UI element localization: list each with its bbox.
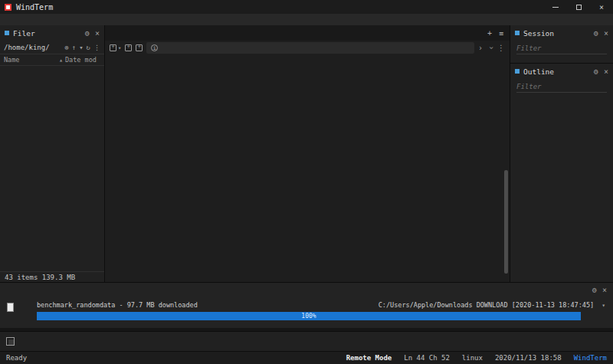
filer-column-headers: Name ▴ Date mod: [0, 54, 104, 66]
menu-bar: [0, 14, 613, 25]
status-bar: Ready Remote Mode Ln 44 Ch 52 linux 2020…: [0, 351, 613, 364]
more-icon[interactable]: ⋮: [93, 44, 100, 51]
terminal-scrollbar[interactable]: [504, 170, 508, 274]
up-directory-icon[interactable]: ↑: [72, 44, 76, 51]
gear-icon[interactable]: ⚙: [594, 67, 598, 76]
session-filter-input[interactable]: Filter: [516, 42, 607, 54]
outline-filter-input[interactable]: Filter: [516, 80, 607, 93]
panel-icon: [5, 31, 9, 35]
breadcrumb-more-icon[interactable]: ⋮: [497, 44, 505, 52]
minimize-button[interactable]: [544, 0, 567, 14]
transfer-item[interactable]: benchmark_randomdata - 97.7 MB downloade…: [0, 297, 613, 309]
window-controls: ×: [544, 0, 613, 14]
status-cursor-position[interactable]: Ln 44 Ch 52: [404, 354, 450, 362]
title-bar: WindTerm ×: [0, 0, 613, 14]
session-header: Session ⚙ ×: [510, 25, 613, 41]
progress-bar: 100%: [37, 312, 581, 320]
terminal-output[interactable]: [105, 55, 510, 282]
column-name[interactable]: Name: [4, 56, 59, 64]
filer-panel: Filer ⚙ × /home/king/ ⊗ ↑ ▾ ↻ ⋮ Name ▴ D…: [0, 25, 105, 282]
transfer-panel: ⚙ × benchmark_randomdata - 97.7 MB downl…: [0, 282, 613, 328]
expand-icon[interactable]: ▾: [602, 302, 605, 309]
transfer-tab-strip: [0, 283, 613, 297]
status-brand: WindTerm: [574, 354, 607, 362]
outline-header: Outline ⚙ ×: [510, 64, 613, 79]
transfer-destination: C:/Users/Apple/Downloads DOWNLOAD [2020-…: [379, 301, 594, 309]
close-icon[interactable]: ×: [604, 29, 608, 38]
tab-list-icon[interactable]: ≡: [499, 29, 503, 38]
status-mode[interactable]: Remote Mode: [346, 354, 392, 362]
terminal-region: + ≡ ▾ i › › ⋮: [105, 25, 510, 282]
duplicate-session-icon[interactable]: [125, 44, 132, 51]
new-session-dropdown-icon[interactable]: ▾: [118, 45, 121, 51]
close-button[interactable]: ×: [590, 0, 613, 14]
chevron-right-icon[interactable]: ›: [478, 44, 483, 52]
status-ready: Ready: [6, 354, 27, 362]
chevron-down-icon[interactable]: ›: [487, 45, 495, 50]
sort-ascending-icon: ▴: [59, 56, 63, 64]
right-sidebar: Session ⚙ × Filter Outline ⚙ × Filter: [510, 25, 613, 282]
breadcrumb: i: [146, 42, 474, 54]
window-title: WindTerm: [16, 3, 53, 11]
file-list: [0, 66, 104, 271]
new-session-icon[interactable]: [110, 44, 116, 51]
gear-icon[interactable]: ⚙: [85, 29, 90, 38]
maximize-button[interactable]: [567, 0, 590, 14]
quick-toolbar: [0, 331, 613, 351]
detach-session-icon[interactable]: [136, 44, 143, 51]
filer-path-bar: /home/king/ ⊗ ↑ ▾ ↻ ⋮: [0, 41, 104, 54]
path-input[interactable]: /home/king/: [4, 44, 61, 51]
gear-icon[interactable]: ⚙: [594, 29, 598, 38]
status-datetime: 2020/11/13 18:58: [495, 354, 562, 362]
apps-icon[interactable]: [6, 337, 15, 346]
gear-icon[interactable]: ⚙: [592, 286, 597, 294]
file-icon: [7, 303, 14, 312]
panel-icon: [515, 31, 520, 35]
new-tab-icon[interactable]: +: [487, 29, 492, 38]
outline-panel: Outline ⚙ × Filter: [510, 63, 613, 282]
session-panel: Session ⚙ × Filter: [510, 25, 613, 57]
main-area: Filer ⚙ × /home/king/ ⊗ ↑ ▾ ↻ ⋮ Name ▴ D…: [0, 25, 613, 282]
column-date[interactable]: Date mod: [65, 56, 100, 64]
filer-title: Filer: [13, 29, 35, 38]
status-os[interactable]: linux: [462, 354, 483, 362]
session-title: Session: [523, 29, 554, 38]
close-icon[interactable]: ×: [602, 286, 607, 294]
dropdown-icon[interactable]: ▾: [79, 44, 83, 51]
close-icon[interactable]: ×: [95, 29, 100, 38]
info-icon[interactable]: i: [151, 44, 158, 51]
terminal-toolbar: ▾ i › › ⋮: [105, 41, 510, 55]
filer-status: 43 items 139.3 MB: [0, 271, 104, 282]
app-logo-icon: [5, 4, 11, 11]
refresh-icon[interactable]: ↻: [87, 44, 90, 51]
transfer-file-status: benchmark_randomdata - 97.7 MB downloade…: [37, 301, 198, 309]
panel-icon: [515, 69, 520, 74]
terminal-tab-strip: + ≡: [105, 25, 510, 41]
close-icon[interactable]: ×: [604, 67, 608, 76]
clear-path-icon[interactable]: ⊗: [64, 44, 68, 51]
filer-header: Filer ⚙ ×: [0, 25, 104, 41]
outline-title: Outline: [523, 67, 554, 76]
